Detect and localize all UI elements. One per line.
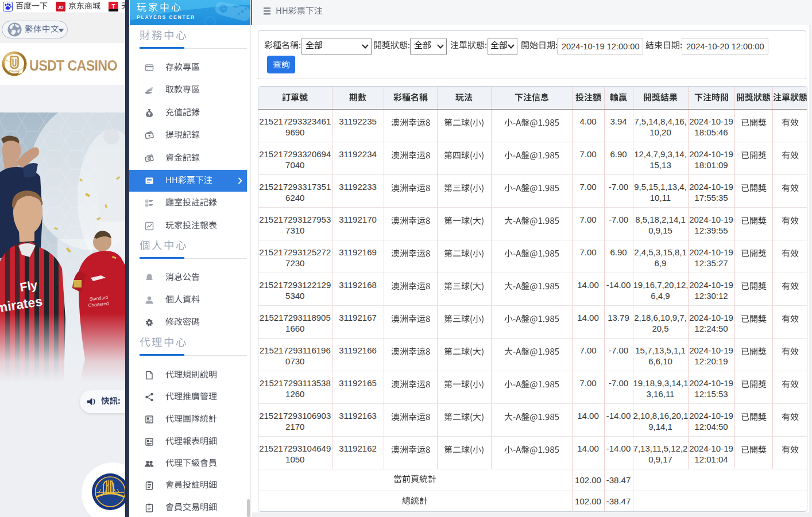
svg-text:Fly: Fly bbox=[19, 278, 38, 294]
svg-text:Casino: Casino bbox=[9, 69, 20, 73]
svg-text:T: T bbox=[111, 3, 115, 10]
svg-text:JD: JD bbox=[57, 5, 63, 10]
